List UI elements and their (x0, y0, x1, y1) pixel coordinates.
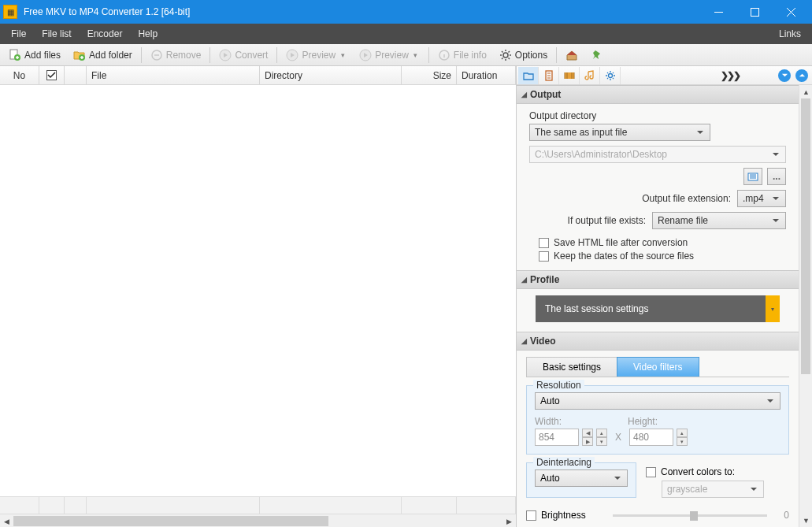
brightness-checkbox[interactable]: Brightness (526, 510, 605, 521)
col-duration[interactable]: Duration (457, 66, 516, 84)
deinterlacing-label: Deinterlacing (533, 457, 595, 468)
scroll-thumb[interactable] (801, 98, 810, 374)
height-input[interactable]: 480 (629, 429, 673, 446)
profile-header[interactable]: ◢Profile (517, 270, 799, 289)
scroll-up-icon[interactable]: ▲ (799, 85, 812, 98)
vertical-scrollbar[interactable]: ▲ ▼ (799, 85, 812, 527)
tab-audio-icon[interactable] (580, 67, 600, 84)
add-folder-icon (73, 49, 86, 61)
col-size[interactable]: Size (402, 66, 457, 84)
add-folder-button[interactable]: Add folder (68, 46, 138, 64)
col-directory[interactable]: Directory (260, 66, 402, 84)
tab-video-filters[interactable]: Video filters (617, 357, 699, 377)
col-check[interactable] (39, 66, 65, 84)
app-icon: ▦ (3, 5, 17, 19)
menu-file-list[interactable]: File list (34, 25, 79, 43)
file-info-label: File info (454, 50, 487, 61)
col-icon[interactable] (65, 66, 87, 84)
chevron-down-icon[interactable]: ▾ (339, 51, 347, 59)
toolbar: Add files Add folder Remove Convert Prev… (0, 44, 812, 66)
output-dir-label: Output directory (529, 110, 786, 121)
preview2-button[interactable]: Preview ▾ (354, 46, 425, 64)
menu-help[interactable]: Help (130, 25, 165, 43)
maximize-button[interactable] (736, 0, 773, 24)
info-icon (438, 49, 450, 61)
tab-video-icon[interactable] (559, 67, 580, 84)
x-label: X (615, 432, 621, 443)
exists-label: If output file exists: (568, 215, 646, 226)
file-list-header: No File Directory Size Duration (0, 66, 516, 85)
add-files-label: Add files (24, 50, 61, 61)
close-button[interactable] (773, 0, 809, 24)
horizontal-scrollbar[interactable]: ◀ ▶ (0, 514, 516, 527)
video-header[interactable]: ◢Video (517, 332, 799, 351)
save-html-checkbox[interactable]: Save HTML file after conversion (539, 237, 786, 248)
window-title: Free MKV to MP4 Converter 1.2 [64-bit] (24, 6, 700, 17)
col-file[interactable]: File (87, 66, 260, 84)
convert-label: Convert (235, 50, 268, 61)
ext-combo[interactable]: .mp4 (737, 190, 786, 207)
collapse-up-button[interactable] (795, 69, 808, 82)
svg-point-13 (608, 73, 612, 77)
convert-button[interactable]: Convert (213, 46, 273, 64)
menu-links[interactable]: Links (771, 25, 809, 43)
play-icon (286, 49, 298, 61)
ext-label: Output file extension: (642, 193, 731, 204)
options-button[interactable]: Options (494, 46, 553, 64)
tab-document-icon[interactable] (539, 67, 559, 84)
convert-colors-checkbox[interactable]: Convert colors to: (646, 466, 789, 477)
remove-icon (150, 49, 163, 61)
col-no[interactable]: No (0, 66, 39, 84)
keep-dates-checkbox[interactable]: Keep the dates of the source files (539, 251, 786, 262)
scroll-left-icon[interactable]: ◀ (0, 514, 13, 527)
remove-button[interactable]: Remove (145, 46, 207, 64)
width-input[interactable]: 854 (535, 429, 579, 446)
pin-button[interactable] (585, 46, 609, 64)
output-dir-combo[interactable]: The same as input file (529, 124, 710, 141)
scroll-thumb[interactable] (13, 516, 328, 526)
file-list-body[interactable] (0, 85, 516, 496)
triangle-icon: ◢ (521, 276, 527, 284)
add-files-button[interactable]: Add files (3, 46, 66, 64)
width-spinner[interactable]: ◀▶ (582, 429, 593, 446)
height-spinner[interactable]: ▴▾ (677, 429, 688, 446)
menu-encoder[interactable]: Encoder (80, 25, 131, 43)
browse-button[interactable]: ... (767, 168, 786, 185)
settings-panel: ❯❯❯ ◢Output Output directory The same as… (517, 66, 812, 527)
open-folder-button[interactable] (743, 168, 762, 185)
play-icon (359, 49, 372, 61)
height-label: Height: (628, 416, 683, 427)
settings-tabs: ❯❯❯ (517, 66, 812, 85)
preview-label: Preview (302, 50, 336, 61)
profile-combo[interactable]: The last session settings ▾ (536, 295, 780, 322)
triangle-icon: ◢ (521, 91, 527, 98)
collapse-down-button[interactable] (778, 69, 791, 82)
add-folder-label: Add folder (89, 50, 132, 61)
chevron-down-icon[interactable]: ▾ (766, 295, 780, 322)
home-button[interactable] (560, 46, 584, 64)
file-info-button[interactable]: File info (432, 46, 492, 64)
scroll-right-icon[interactable]: ▶ (502, 514, 516, 527)
minimize-button[interactable] (700, 0, 736, 24)
tab-settings-icon[interactable] (600, 67, 621, 84)
tab-output-icon[interactable] (518, 67, 539, 84)
width-label: Width: (535, 416, 590, 427)
exists-combo[interactable]: Rename file (652, 212, 786, 229)
brightness-slider[interactable] (613, 507, 767, 523)
scroll-down-icon[interactable]: ▼ (799, 514, 812, 527)
tab-basic-settings[interactable]: Basic settings (526, 357, 617, 377)
resolution-combo[interactable]: Auto (535, 392, 780, 410)
convert-colors-combo: grayscale (662, 481, 764, 498)
deinterlacing-combo[interactable]: Auto (535, 469, 628, 487)
brightness-value: 0 (775, 510, 789, 521)
resolution-group: Resolution Auto Width: Height: 854 ◀▶ (526, 385, 789, 455)
expand-chevrons[interactable]: ❯❯❯ (716, 70, 744, 81)
options-label: Options (515, 50, 547, 61)
output-header[interactable]: ◢Output (517, 85, 799, 104)
preview-button[interactable]: Preview ▾ (280, 46, 352, 64)
deinterlacing-group: Deinterlacing Auto (526, 462, 636, 498)
width-spinner2[interactable]: ▴▾ (596, 429, 607, 446)
chevron-down-icon[interactable]: ▾ (412, 51, 420, 59)
svg-rect-0 (751, 8, 758, 16)
menu-file[interactable]: File (3, 25, 34, 43)
